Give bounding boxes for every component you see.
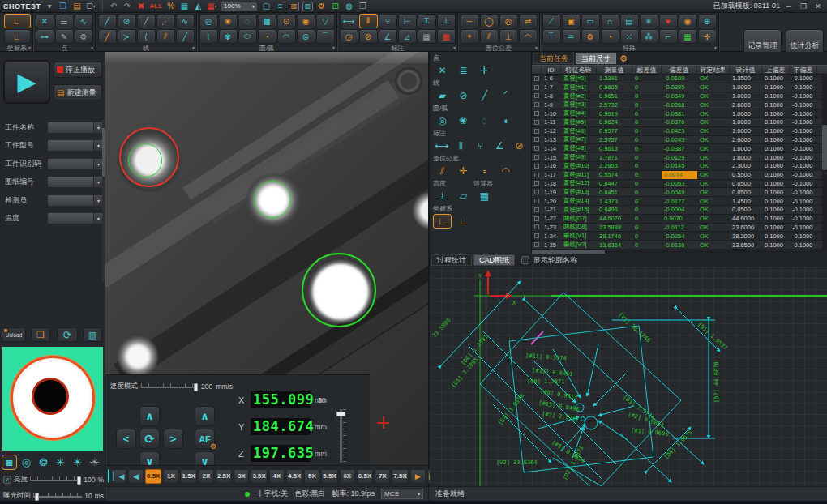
mag-level-7x[interactable]: 7X (375, 469, 390, 484)
table-settings-gear-icon[interactable]: ⚙ (619, 53, 628, 64)
close-button[interactable]: ✕ (812, 2, 824, 11)
line-free-icon[interactable]: ╱ (176, 29, 195, 44)
pal-calculator-icon[interactable]: ▦ (475, 189, 494, 203)
col-header-8[interactable]: 下偏差 (790, 66, 817, 74)
row-checkbox[interactable] (532, 136, 542, 144)
dim-iii-icon[interactable]: ⦀ (359, 14, 378, 28)
print-icon[interactable]: ⊟▾ (86, 1, 96, 11)
tab-cad-drawing[interactable]: CAD图纸 (473, 254, 515, 266)
circle-target-icon[interactable]: ◉ (297, 14, 315, 28)
pal-tol-par-icon[interactable]: ⫽ (433, 164, 452, 178)
pal-tol-pos-icon[interactable]: ✛ (454, 164, 473, 178)
field-select[interactable]: ▾ (47, 194, 104, 207)
circle-ring-icon[interactable]: ◌ (238, 14, 257, 28)
cad-canvas[interactable]: Y X (430, 267, 827, 486)
mag-level-4x[interactable]: 4X (269, 469, 285, 484)
mag-level-6x[interactable]: 6X (340, 469, 355, 484)
table-row[interactable]: 1-11直径[#5]0.96240-0.0376OK1.00000.1000-0… (532, 118, 827, 127)
field-select[interactable]: ▾ (47, 122, 104, 134)
dim-chain-icon[interactable]: ⑂ (379, 14, 397, 28)
circle-boxes-icon[interactable]: ▩ (258, 14, 276, 28)
pal-line-dot-icon[interactable]: ⸍ (496, 88, 515, 103)
special-target-icon[interactable]: ◉ (679, 14, 697, 28)
chevron-down-icon[interactable]: ▾ (91, 45, 93, 52)
pal-coord-1-icon[interactable]: ∟ (433, 214, 452, 229)
table-row[interactable]: 1-6直径[#0]1.33910-0.0109OK1.35000.1000-0.… (532, 75, 827, 83)
autofocus-button[interactable]: AF ⚙ (195, 429, 215, 449)
save-icon[interactable]: ❒ (58, 1, 69, 11)
special-pick-icon[interactable]: ⟋ (542, 14, 561, 28)
special-net-icon[interactable]: ⁂ (640, 29, 658, 44)
row-checkbox[interactable] (532, 224, 542, 232)
mag-level-5x[interactable]: 5X (304, 469, 319, 484)
segment-light-4-icon[interactable]: ❂ (36, 455, 51, 470)
tab-process-stats[interactable]: 过程统计 (431, 254, 472, 266)
arc-icon[interactable]: ⌒ (316, 29, 335, 44)
refresh-light-button[interactable]: ⟳ (57, 327, 78, 342)
table-row[interactable]: 1-22两线[D7]44.607000.0070OK44.60000.1000-… (532, 215, 827, 224)
brightness-slider[interactable] (30, 476, 81, 484)
line-2pt-icon[interactable]: ╱ (98, 14, 117, 28)
pal-line-cyl-icon[interactable]: ⊘ (454, 88, 473, 103)
circle-donut-icon[interactable]: ◎ (199, 14, 218, 28)
app-dropdown-icon[interactable]: ▾ (45, 1, 55, 11)
special-record-icon[interactable]: ▣ (562, 14, 581, 28)
special-comb-icon[interactable]: ▤ (620, 14, 639, 28)
dim-hatch-icon[interactable]: ▩ (437, 29, 456, 44)
pal-circle-donut-icon[interactable]: ◎ (433, 113, 452, 128)
unload-button[interactable]: Unload (2, 327, 26, 342)
special-dots-icon[interactable]: ⁙ (620, 29, 639, 44)
mag-level-0.5x[interactable]: 0.5X (145, 469, 161, 484)
table-row[interactable]: 1-10直径[#4]0.96190-0.0381OK1.00000.1000-0… (532, 109, 827, 118)
maximize-button[interactable]: ❐ (798, 2, 809, 11)
backlight-on-icon[interactable]: ☀ (70, 455, 85, 470)
special-screen-icon[interactable]: ▭ (581, 14, 600, 28)
ellipse-icon[interactable]: ⬭ (238, 29, 257, 44)
pal-dim-h-icon[interactable]: ⟷ (433, 139, 450, 153)
row-checkbox[interactable] (532, 162, 542, 170)
row-checkbox[interactable] (532, 215, 542, 223)
point-mid-icon[interactable]: ⊶ (36, 29, 54, 44)
dim-rad-icon[interactable]: ◶ (340, 29, 358, 44)
row-checkbox[interactable] (532, 92, 542, 100)
mag-level-2x[interactable]: 2X (199, 469, 214, 484)
chevron-down-icon[interactable]: ▾ (332, 45, 335, 52)
backlight-off-icon[interactable]: ☀ (87, 455, 102, 470)
tol-circ-icon[interactable]: ◯ (480, 14, 499, 28)
circle-sketch-icon[interactable]: ✾ (219, 29, 238, 44)
exposure-slider[interactable] (33, 493, 82, 500)
ring-light-icon[interactable]: ◙ (2, 455, 17, 470)
row-checkbox[interactable] (532, 118, 542, 126)
col-header-3[interactable]: 超差值 (632, 66, 662, 74)
brightness-slider-handle[interactable] (77, 476, 81, 485)
col-header-5[interactable]: 评定结果 (697, 66, 730, 74)
tol-conc-icon[interactable]: ◎ (499, 14, 518, 28)
table-row[interactable]: 1-17直径[#11]0.557400.0074OK0.55000.1000-0… (532, 171, 827, 180)
col-header-6[interactable]: 设计值 (730, 66, 762, 74)
color-mode-status[interactable]: 色彩:黑白 (294, 489, 326, 499)
brightness-checkbox[interactable]: ✓ (3, 476, 11, 484)
tol-par-icon[interactable]: ⫽ (480, 29, 499, 44)
row-checkbox[interactable] (532, 75, 542, 83)
gear-icon[interactable]: ⚙ (316, 1, 327, 11)
ellipse2-icon[interactable]: ⊜ (297, 29, 315, 44)
mag-level-3x[interactable]: 3X (234, 469, 249, 484)
z-up-button[interactable]: ∧ (195, 406, 215, 426)
line-angle-icon[interactable]: ≻ (118, 29, 136, 44)
left-panel-scrollbar[interactable] (102, 120, 105, 282)
chevron-down-icon[interactable]: ▾ (192, 45, 195, 52)
special-frame-icon[interactable]: ⌐ (659, 29, 678, 44)
special-ruler-icon[interactable]: ♒ (562, 29, 581, 44)
mag-level-6.5x[interactable]: 6.5X (357, 469, 373, 484)
pal-dim-iii-icon[interactable]: ⦀ (452, 139, 469, 153)
table-row[interactable]: 1-18直径[#12]0.84470-0.0053OK0.85000.1000-… (532, 180, 827, 189)
frame-icon[interactable]: ▢ (261, 1, 272, 11)
exposure-slider-handle[interactable] (35, 493, 39, 501)
arc-ring-icon[interactable]: ◠ (277, 29, 296, 44)
special-probe-icon[interactable]: ⟙ (542, 29, 561, 44)
run-measure-button[interactable]: ▶ (3, 60, 50, 104)
chevron-down-icon[interactable]: ▾ (453, 45, 456, 52)
field-select[interactable]: ▾ (47, 212, 104, 224)
tol-perp-icon[interactable]: ⊥ (499, 29, 518, 44)
field-select[interactable]: ▾ (47, 158, 104, 170)
